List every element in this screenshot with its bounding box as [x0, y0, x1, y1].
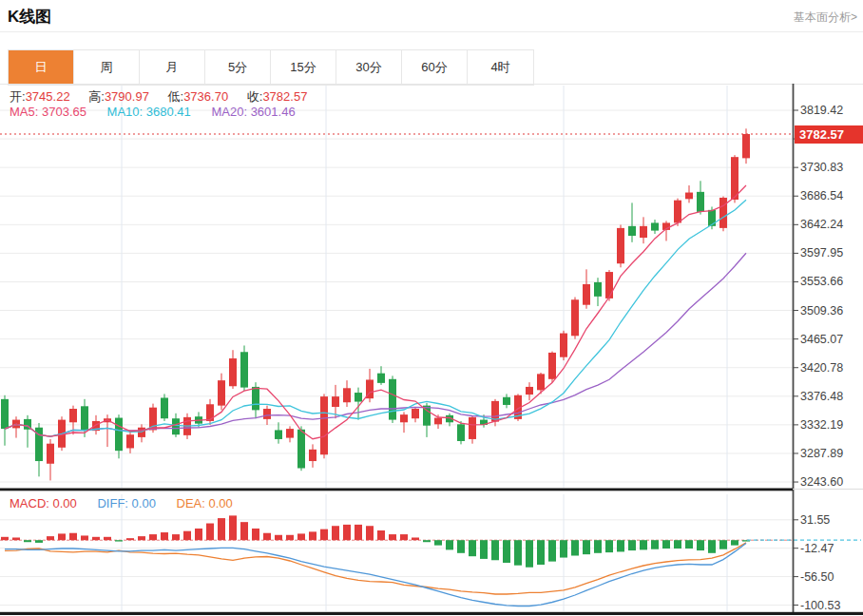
- high-value: 3790.97: [105, 89, 149, 104]
- macd-axis-label: -56.50: [800, 569, 834, 585]
- dea-value: DEA: 0.00: [177, 496, 233, 510]
- current-price-badge: 3782.57: [795, 125, 863, 144]
- ma10-value: MA10: 3680.41: [107, 105, 191, 119]
- macd-axis-label: 31.55: [800, 512, 830, 528]
- low-label: 低:: [168, 89, 184, 104]
- macd-readout: MACD: 0.00 DIFF: 0.00 DEA: 0.00: [10, 496, 233, 510]
- ohlc-readout: 开:3745.22 高:3790.97 低:3736.70 收:3782.57: [10, 88, 322, 106]
- main-axis-label: 3243.60: [800, 474, 843, 490]
- ma-readout: MA5: 3703.65 MA10: 3680.41 MA20: 3601.46: [10, 105, 296, 119]
- main-axis-label: 3509.36: [800, 303, 843, 318]
- ma20-value: MA20: 3601.46: [211, 105, 295, 119]
- main-axis-label: 3465.07: [800, 332, 843, 347]
- open-label: 开:: [10, 89, 26, 104]
- macd-value: MACD: 0.00: [10, 496, 77, 510]
- ma5-value: MA5: 3703.65: [10, 105, 86, 119]
- close-label: 收:: [247, 89, 263, 104]
- main-axis-label: 3642.24: [800, 217, 843, 232]
- main-axis-label: 3420.78: [800, 360, 843, 375]
- main-axis-label: 3376.48: [800, 389, 843, 404]
- main-axis-label: 3553.66: [800, 274, 843, 289]
- kline-widget: K线图 基本面分析> 日 周 月 5分 15分 30分 60分 4时 开:374…: [0, 0, 863, 616]
- diff-value: DIFF: 0.00: [97, 496, 155, 510]
- open-value: 3745.22: [26, 89, 70, 104]
- low-value: 3736.70: [183, 89, 228, 104]
- main-axis-label: 3597.95: [800, 245, 843, 260]
- high-label: 高:: [88, 89, 105, 104]
- main-axis-label: 3730.83: [800, 160, 843, 175]
- main-axis-label: 3686.54: [800, 188, 843, 203]
- main-axis-label: 3819.42: [800, 103, 843, 118]
- macd-axis-label: -12.47: [800, 541, 834, 556]
- main-axis-label: 3287.89: [800, 446, 843, 461]
- main-axis-label: 3332.19: [800, 417, 843, 433]
- macd-axis-label: -100.53: [800, 598, 840, 613]
- close-value: 3782.57: [262, 89, 307, 104]
